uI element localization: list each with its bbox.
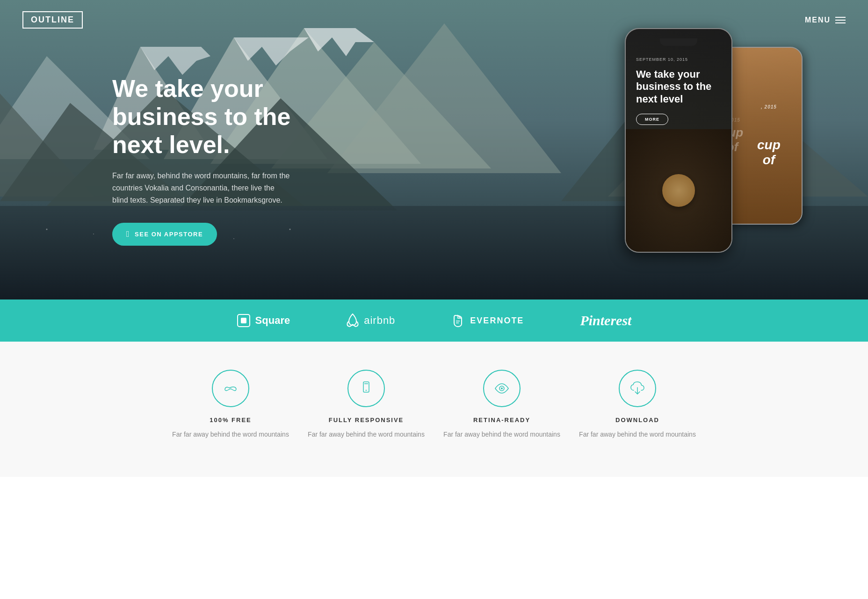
- responsive-icon-circle: [347, 370, 385, 407]
- responsive-title: FULLY RESPONSIVE: [308, 416, 425, 424]
- hero-section: OUTLINE MENU We take your business to th…: [0, 0, 868, 300]
- evernote-label: EVERNOTE: [470, 316, 524, 326]
- apple-icon: : [126, 229, 130, 239]
- airbnb-icon: [346, 313, 359, 328]
- menu-button[interactable]: MENU: [805, 16, 846, 24]
- mustache-icon: [222, 380, 239, 397]
- eye-icon: [493, 380, 510, 397]
- square-icon: [237, 314, 251, 328]
- menu-label: MENU: [805, 16, 831, 24]
- airbnb-label: airbnb: [364, 314, 395, 327]
- pinterest-label: Pinterest: [580, 313, 631, 329]
- free-description: Far far away behind the word mountains: [172, 429, 289, 439]
- phone-more-button[interactable]: MORE: [636, 114, 668, 125]
- feature-free: 100% FREE Far far away behind the word m…: [163, 370, 298, 439]
- hero-title: We take your business to the next level.: [112, 75, 318, 159]
- download-title: DOWNLOAD: [579, 416, 696, 424]
- brand-airbnb: airbnb: [346, 313, 395, 328]
- header: OUTLINE MENU: [0, 0, 868, 40]
- logo: OUTLINE: [22, 11, 83, 29]
- free-icon-circle: [212, 370, 249, 407]
- download-icon-circle: [619, 370, 656, 407]
- brand-pinterest: Pinterest: [580, 313, 631, 329]
- retina-title: RETINA-READY: [443, 416, 560, 424]
- phones-display: , 2015 cup of , 2015 cup of SEPTEMBER 10…: [625, 28, 803, 300]
- svg-rect-23: [241, 318, 246, 323]
- free-title: 100% FREE: [172, 416, 289, 424]
- svg-point-30: [501, 387, 503, 389]
- phone-screen-date: SEPTEMBER 10, 2015: [636, 57, 721, 62]
- feature-retina: RETINA-READY Far far away behind the wor…: [434, 370, 570, 439]
- brand-evernote: EVERNOTE: [451, 314, 524, 328]
- phone-screen-title: We take your business to the next level: [636, 68, 721, 105]
- phone-food-area: [626, 129, 731, 252]
- appstore-button[interactable]:  SEE ON APPSTORE: [112, 223, 217, 246]
- mobile-icon: [358, 380, 375, 397]
- retina-description: Far far away behind the word mountains: [443, 429, 560, 439]
- phone-front-screen: SEPTEMBER 10, 2015 We take your business…: [626, 29, 731, 252]
- square-label: Square: [255, 314, 290, 327]
- feature-responsive: FULLY RESPONSIVE Far far away behind the…: [298, 370, 434, 439]
- hero-description: Far far away, behind the word mountains,…: [112, 170, 290, 206]
- phone-front: SEPTEMBER 10, 2015 We take your business…: [625, 28, 732, 253]
- food-image: [662, 174, 695, 207]
- feature-download: DOWNLOAD Far far away behind the word mo…: [570, 370, 705, 439]
- cloud-download-icon: [629, 380, 646, 397]
- brand-square: Square: [237, 314, 290, 328]
- features-section: 100% FREE Far far away behind the word m…: [0, 342, 868, 477]
- evernote-icon: [451, 314, 465, 328]
- responsive-description: Far far away behind the word mountains: [308, 429, 425, 439]
- hamburger-icon: [835, 17, 846, 23]
- download-description: Far far away behind the word mountains: [579, 429, 696, 439]
- appstore-label: SEE ON APPSTORE: [135, 231, 203, 238]
- retina-icon-circle: [483, 370, 521, 407]
- brands-strip: Square airbnb EVERNOTE Pinterest: [0, 300, 868, 342]
